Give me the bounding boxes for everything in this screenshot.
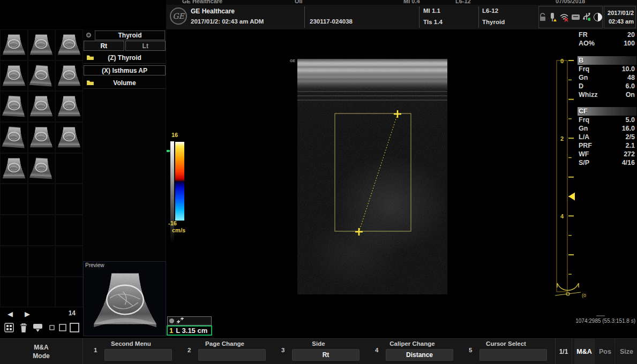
- clipboard-thumbnail[interactable]: [28, 60, 56, 92]
- param-value: 10.0: [622, 65, 635, 73]
- size-small-icon[interactable]: [46, 321, 58, 334]
- clipboard-thumbnail[interactable]: [55, 60, 83, 92]
- param-row: WF272: [578, 150, 636, 158]
- probe-glyph: [557, 283, 579, 291]
- clipboard-thumbnail[interactable]: [28, 122, 56, 153]
- clipboard-thumbnail[interactable]: [0, 29, 28, 60]
- side-rt-button[interactable]: Rt: [84, 41, 124, 51]
- trash-icon[interactable]: [18, 321, 29, 334]
- remnant-text: OIl: [295, 0, 303, 4]
- clipboard-thumbnail[interactable]: [55, 91, 83, 122]
- caliper-2-icon[interactable]: [355, 228, 363, 236]
- clipboard-thumbnail[interactable]: [0, 122, 28, 153]
- protocol-item-thyroid[interactable]: (Z) Thyroid: [84, 52, 166, 64]
- size-large-icon[interactable]: [69, 321, 80, 334]
- clipboard-thumbnail[interactable]: [28, 153, 56, 184]
- brand-title: GE Healthcare: [191, 7, 235, 15]
- clipboard-empty-cell: [55, 153, 83, 184]
- measurement-overlay: [297, 59, 447, 294]
- header-remnant-row: GE Healthcare OIl MI 0.4 L6-12 07/05/201…: [166, 0, 637, 5]
- clipboard-empty-cell: [55, 277, 83, 308]
- next-page-button[interactable]: ▶: [21, 308, 33, 319]
- focus-marker-icon[interactable]: [568, 193, 575, 201]
- depth-label-2: 2: [560, 135, 564, 142]
- mode-line-1: M&A: [34, 344, 48, 351]
- clipboard-thumbnail[interactable]: [55, 122, 83, 153]
- menu-label: Side: [272, 340, 365, 347]
- param-label: Frq: [579, 65, 589, 73]
- param-row: Frq5.0: [578, 116, 636, 124]
- depth-label-0: 0: [560, 58, 564, 64]
- wifi-off-icon: [559, 12, 568, 22]
- size-medium-icon[interactable]: [57, 321, 69, 334]
- clipboard-empty-cell: [0, 184, 28, 215]
- thumbnail-image: [1, 33, 27, 57]
- clipboard-empty-cell: [0, 246, 28, 277]
- header-bar: GE GE Healthcare 2017/01/2: 02:43 am ADM…: [166, 5, 637, 29]
- clipboard-thumbnail[interactable]: [0, 153, 28, 184]
- page-change-button[interactable]: [198, 349, 266, 361]
- soft-menu-second-menu: 1 Second Menu: [84, 339, 178, 364]
- tab-size[interactable]: Size: [616, 339, 637, 364]
- measurement-result[interactable]: 1 L 3.15 cm: [167, 325, 212, 336]
- colorbar-min-label: -16: [168, 220, 177, 226]
- caliper-1-icon[interactable]: [394, 110, 401, 118]
- side-lt-button[interactable]: Lt: [125, 41, 166, 51]
- soft-menu-bar: M&A Mode 1 Second Menu 2 Page Change 3 S…: [0, 338, 637, 364]
- record-dot-icon: [86, 33, 91, 37]
- colorbar-max-label: 16: [171, 132, 178, 138]
- caliper-change-button[interactable]: Distance: [386, 349, 453, 361]
- param-value: 20: [627, 31, 635, 39]
- clipboard-empty-cell: [28, 184, 56, 215]
- remnant-brand: GE Healthcare: [182, 0, 222, 4]
- clipboard-thumbnail[interactable]: [28, 91, 56, 122]
- clipboard-thumbnail[interactable]: [28, 29, 56, 60]
- side-button[interactable]: Rt: [292, 349, 359, 361]
- thumbnail-image: [56, 33, 82, 57]
- param-row: S/P4/16: [578, 158, 636, 167]
- param-label: FR: [579, 31, 588, 39]
- color-roi-box[interactable]: [335, 113, 411, 231]
- clipboard-empty-cell: [0, 277, 28, 308]
- tab-ma[interactable]: M&A: [574, 339, 595, 364]
- protocol-item-label: Volume: [94, 79, 155, 87]
- folder-icon: [86, 80, 94, 86]
- param-label: Frq: [579, 116, 589, 124]
- preview-image[interactable]: [87, 269, 163, 334]
- param-value: 100: [624, 39, 635, 48]
- send-icon[interactable]: [32, 321, 43, 334]
- menu-number: 2: [188, 347, 191, 353]
- thumbnail-image: [1, 64, 27, 88]
- clipboard-empty-cell: [28, 277, 56, 308]
- param-row: Gn48: [578, 73, 636, 82]
- clipboard-thumbnail[interactable]: [0, 60, 28, 92]
- param-row: Gn16.0: [578, 124, 636, 133]
- clipboard-thumbnail[interactable]: [0, 91, 28, 122]
- contrast-icon: [593, 12, 602, 22]
- patient-id: 230117-024038: [310, 18, 353, 25]
- frame-counter: 1074:2985 (55.3:151.8 s): [575, 318, 635, 324]
- system-time: 02:43 am: [604, 17, 634, 26]
- preset-name: Thyroid: [482, 19, 505, 25]
- depth-label-4: 4: [560, 213, 564, 219]
- mode-indicator: M&A Mode: [0, 339, 83, 364]
- clipboard-toolbar: ◀ ▶ 14: [0, 307, 83, 338]
- protocol-title[interactable]: Thyroid: [95, 31, 165, 40]
- probe-warning-icon: [549, 12, 557, 22]
- param-value: 5.0: [626, 116, 635, 124]
- protocol-panel: Thyroid Rt Lt (Z) Thyroid (X) Isthmus AP…: [83, 29, 166, 261]
- clipboard-thumbnail[interactable]: [55, 29, 83, 60]
- menu-number: 1: [94, 347, 97, 353]
- cursor-select-button[interactable]: [479, 349, 547, 361]
- tab-pos[interactable]: Pos: [596, 339, 615, 364]
- ultrasound-image[interactable]: [297, 59, 447, 294]
- second-menu-button[interactable]: [104, 349, 172, 361]
- param-value: 2.1: [626, 141, 635, 150]
- prev-page-button[interactable]: ◀: [4, 308, 16, 319]
- protocol-item-volume[interactable]: Volume: [84, 77, 166, 89]
- protocol-item-isthmus[interactable]: (X) Isthmus AP: [84, 65, 166, 75]
- ge-logo-icon: GE: [170, 7, 187, 25]
- grid-icon[interactable]: [3, 321, 15, 334]
- thumbnail-image: [28, 63, 55, 88]
- lock-open-icon: [539, 12, 546, 22]
